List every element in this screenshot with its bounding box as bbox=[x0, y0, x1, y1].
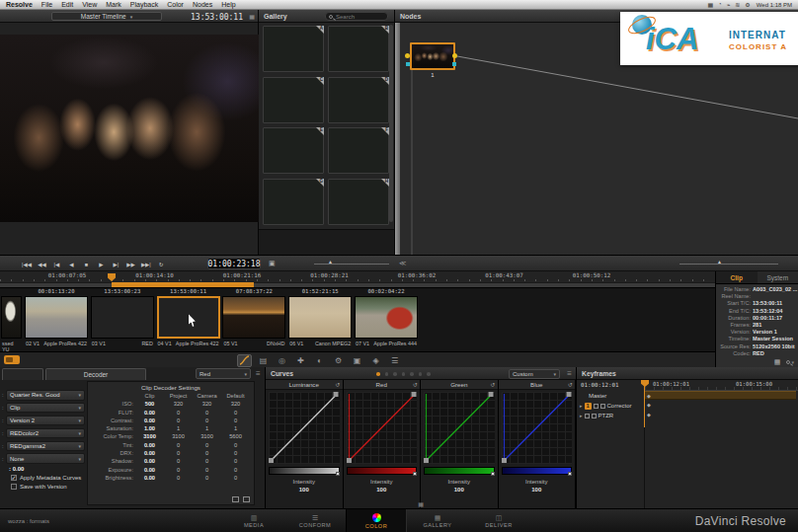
gallery-slot-D[interactable]: D bbox=[328, 77, 389, 123]
curve-graph[interactable] bbox=[347, 392, 418, 464]
primaries-icon[interactable]: ▤ bbox=[256, 354, 271, 367]
reset-icon[interactable]: ↺ bbox=[568, 381, 573, 388]
clip-cell-02[interactable]: 00:01:13:2002 V1Apple ProRes 422 bbox=[24, 288, 89, 351]
gallery-slot-H[interactable]: H bbox=[328, 179, 389, 225]
decoder-dropdown-3[interactable]: REDcolor2▾ bbox=[6, 428, 85, 439]
play-reverse-button[interactable]: ◀ bbox=[67, 262, 76, 267]
menu-file[interactable]: File bbox=[41, 1, 52, 8]
keyframe-track-ptzr[interactable]: ◆ bbox=[645, 411, 796, 419]
keyframe-ruler[interactable]: 01:00:12:01 01:00:15:00 bbox=[645, 380, 798, 391]
timeline-scroll-track[interactable] bbox=[0, 282, 715, 287]
menu-nodes[interactable]: Nodes bbox=[193, 1, 212, 8]
curve-page-dot-1[interactable] bbox=[385, 372, 389, 376]
keyframe-diamond-icon[interactable]: ◆ bbox=[647, 393, 651, 399]
curve-graph[interactable] bbox=[269, 392, 340, 464]
prev-frame-button[interactable]: |◀ bbox=[52, 262, 61, 267]
decoder-dropdown-4[interactable]: REDgamma2▾ bbox=[6, 441, 85, 452]
curve-page-dot-4[interactable] bbox=[410, 372, 414, 376]
menu-app-resolve[interactable]: Resolve bbox=[6, 1, 33, 8]
reset-icon[interactable]: ↺ bbox=[335, 381, 340, 388]
gallery-slot-B[interactable]: B bbox=[328, 26, 389, 72]
settings-clip-value[interactable]: 1.00 bbox=[135, 424, 164, 432]
curve-page-dot-0[interactable] bbox=[376, 372, 380, 376]
gallery-slot-F[interactable]: F bbox=[328, 127, 389, 174]
clip-cell-07[interactable]: 00:02:04:2207 V1Apple ProRes 444 bbox=[354, 288, 419, 351]
settings-clip-value[interactable]: 0.00 bbox=[135, 457, 164, 465]
channel-select-dropdown[interactable]: Red ▾ bbox=[196, 368, 251, 379]
menubar-status-icon-3[interactable]: ≋ bbox=[735, 1, 740, 8]
clip-cell-06[interactable]: 01:52:21:1506 V1Canon MPEG2 bbox=[287, 288, 353, 351]
decoder-dropdown-5[interactable]: None▾ bbox=[6, 453, 85, 464]
reset-icon[interactable]: ↺ bbox=[413, 381, 418, 388]
viewer-grid-icon[interactable]: ▦ bbox=[249, 13, 255, 20]
search-filter-icon[interactable]: ▾ bbox=[786, 359, 794, 365]
slider-handle[interactable] bbox=[413, 472, 417, 476]
page-button-deliver[interactable]: ◫DELIVER bbox=[468, 509, 529, 532]
custom-curves-icon[interactable] bbox=[237, 354, 252, 367]
curve-page-dot-5[interactable] bbox=[419, 372, 423, 376]
clip-icon[interactable] bbox=[4, 355, 20, 364]
qualifier-icon[interactable]: ◎ bbox=[275, 354, 289, 367]
reset-icon[interactable]: ↺ bbox=[490, 381, 495, 388]
slider-handle[interactable] bbox=[568, 472, 572, 476]
settings-clip-value[interactable]: 3100 bbox=[135, 432, 164, 440]
menu-mark[interactable]: Mark bbox=[106, 1, 121, 8]
clip-cell-04[interactable]: 13:53:00:1104 V1Apple ProRes 422 bbox=[156, 288, 221, 351]
intensity-value[interactable]: 100 bbox=[266, 487, 343, 493]
slider-handle[interactable] bbox=[491, 472, 495, 476]
nodes-zoom-slider[interactable] bbox=[679, 264, 778, 265]
menubar-status-icon-0[interactable]: ▦ bbox=[707, 1, 713, 8]
clip-mode-icon[interactable]: ▣ bbox=[269, 260, 276, 267]
power-window-icon[interactable]: ✚ bbox=[293, 354, 308, 367]
node-key-input-dot[interactable] bbox=[406, 62, 410, 66]
partial-clip-cell[interactable]: ssed YU bbox=[0, 288, 23, 351]
tab-decoder[interactable]: Decoder bbox=[45, 368, 146, 380]
slider-handle[interactable] bbox=[336, 472, 340, 476]
next-frame-button[interactable]: ▶| bbox=[112, 262, 120, 267]
keyframe-diamond-icon[interactable]: ◆ bbox=[647, 412, 651, 418]
keyframe-track-label-ptzr[interactable]: ▸PTZR bbox=[577, 411, 644, 420]
track-toggle-icon[interactable] bbox=[585, 414, 590, 418]
menu-edit[interactable]: Edit bbox=[61, 1, 73, 8]
node-output-dot[interactable] bbox=[452, 53, 457, 58]
curve-graph[interactable] bbox=[424, 392, 495, 464]
menu-playback[interactable]: Playback bbox=[130, 1, 158, 8]
checkbox[interactable]: ✓ bbox=[11, 475, 17, 481]
blur-icon[interactable]: ☰ bbox=[387, 354, 402, 367]
keyframe-track-area[interactable]: 01:00:12:01 01:00:15:00 ◆◆◆ bbox=[644, 380, 798, 508]
sizing-icon[interactable]: ▣ bbox=[350, 354, 364, 367]
menu-color[interactable]: Color bbox=[167, 1, 184, 8]
expand-arrow-icon[interactable]: ▸ bbox=[580, 413, 583, 418]
settings-clip-value[interactable]: 0.00 bbox=[135, 449, 164, 457]
menubar-clock[interactable]: Wed 1:18 PM bbox=[757, 2, 792, 8]
clip-cell-03[interactable]: 13:53:00:2303 V1RED bbox=[90, 288, 155, 351]
curve-page-dot-3[interactable] bbox=[402, 372, 406, 376]
settings-clip-value[interactable]: 500 bbox=[135, 400, 164, 408]
keyframe-track-master[interactable]: ◆ bbox=[645, 391, 796, 400]
clip-thumbnail[interactable] bbox=[157, 296, 220, 339]
gallery-slot-E[interactable]: E bbox=[263, 127, 324, 174]
curves-menu-icon[interactable]: ≡ bbox=[567, 369, 572, 378]
gallery-scrollbar[interactable] bbox=[389, 25, 393, 222]
collapse-icon[interactable]: ≪ bbox=[399, 260, 406, 267]
keyframe-track-label-corrector[interactable]: ▸1Corrector bbox=[577, 401, 644, 411]
page-button-color[interactable]: COLOR bbox=[346, 509, 407, 532]
clip-thumbnail[interactable] bbox=[355, 296, 418, 339]
curve-preset-dropdown[interactable]: Custom ▾ bbox=[509, 369, 560, 379]
settings-clip-value[interactable]: 0.00 bbox=[135, 417, 164, 424]
intensity-value[interactable]: 100 bbox=[344, 487, 421, 493]
tab-system[interactable]: System bbox=[758, 271, 798, 283]
curve-intensity-slider[interactable] bbox=[269, 467, 340, 475]
curve-intensity-slider[interactable] bbox=[347, 467, 418, 475]
play-button[interactable]: ▶ bbox=[97, 262, 106, 267]
keyframe-track-label-master[interactable]: Master bbox=[577, 391, 644, 401]
settings-clip-value[interactable]: 0.00 bbox=[135, 474, 164, 482]
jump-end-button[interactable]: ▶▶| bbox=[141, 262, 151, 267]
corrector-node-1[interactable] bbox=[410, 42, 455, 70]
settings-clip-value[interactable]: 0.00 bbox=[135, 466, 164, 474]
menubar-status-icon-2[interactable]: ⌁ bbox=[727, 1, 731, 8]
timeline-playhead[interactable] bbox=[108, 273, 116, 281]
clip-cell-05[interactable]: 07:08:37:2205 V1DNxHD bbox=[221, 288, 286, 351]
thumbnail-view-icon[interactable]: ▦ bbox=[774, 358, 781, 366]
page-button-conform[interactable]: ☰CONFORM bbox=[284, 509, 346, 532]
